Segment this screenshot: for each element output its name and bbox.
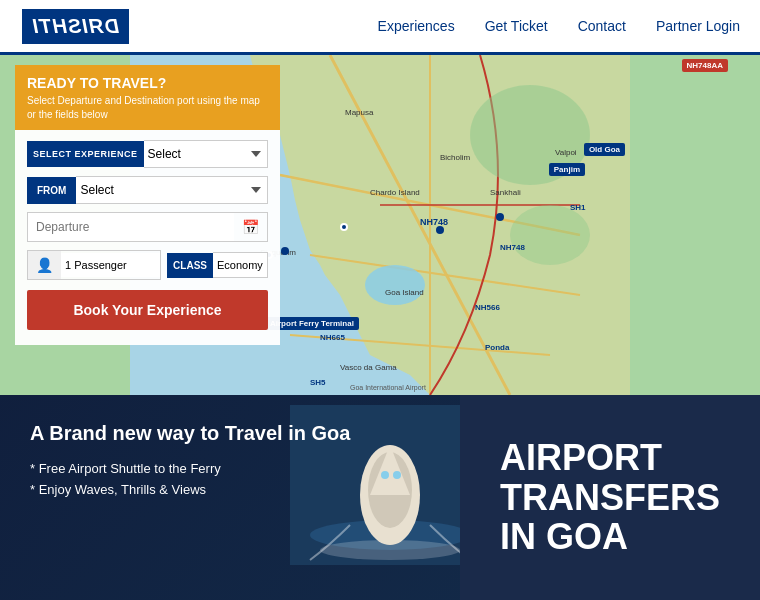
svg-text:NH566: NH566 [475, 303, 500, 312]
bottom-right: AIRPORT TRANSFERS IN GOA [460, 395, 760, 600]
departure-row: 📅 [27, 212, 268, 242]
booking-panel: READY TO TRAVEL? Select Departure and De… [15, 65, 280, 345]
passenger-select-wrap: 👤 1 Passenger 2 Passengers 3 Passengers [27, 250, 161, 280]
svg-text:NH748: NH748 [420, 217, 448, 227]
ready-header: READY TO TRAVEL? Select Departure and De… [15, 65, 280, 130]
airport-text: AIRPORT TRANSFERS IN GOA [500, 438, 720, 557]
from-label: FROM [27, 177, 76, 204]
navbar: DЯISHTI Experiences Get Ticket Contact P… [0, 0, 760, 55]
class-wrap: CLASS Economy Business [167, 252, 268, 278]
bottom-left-content: A Brand new way to Travel in Goa * Free … [30, 420, 430, 497]
nav-get-ticket[interactable]: Get Ticket [485, 18, 548, 34]
class-label: CLASS [167, 253, 213, 278]
map-pin-panjim: Panjim [549, 163, 585, 176]
svg-text:Mapusa: Mapusa [345, 108, 374, 117]
svg-text:NH665: NH665 [320, 333, 345, 342]
svg-text:Ponda: Ponda [485, 343, 510, 352]
passengers-row: 👤 1 Passenger 2 Passengers 3 Passengers … [27, 250, 268, 280]
svg-text:SH5: SH5 [310, 378, 326, 387]
class-select[interactable]: Economy Business [213, 252, 268, 278]
hero-section: Bicholim Mapusa Sankhali Valpoi Chardo I… [0, 55, 760, 395]
from-select[interactable]: Select [76, 176, 268, 204]
map-pin-old-goa: Old Goa [584, 143, 625, 156]
passenger-select[interactable]: 1 Passenger 2 Passengers 3 Passengers [61, 253, 160, 277]
departure-input[interactable] [28, 213, 234, 241]
svg-text:SH1: SH1 [570, 203, 586, 212]
experience-select[interactable]: Select [144, 140, 268, 168]
svg-text:Valpoi: Valpoi [555, 148, 577, 157]
bullet-1: * Free Airport Shuttle to the Ferry [30, 461, 430, 476]
svg-point-27 [281, 247, 289, 255]
tagline: A Brand new way to Travel in Goa [30, 420, 430, 446]
nav-experiences[interactable]: Experiences [378, 18, 455, 34]
bottom-left: A Brand new way to Travel in Goa * Free … [0, 395, 460, 600]
ready-subtitle: Select Departure and Destination port us… [27, 94, 268, 122]
svg-text:Bicholim: Bicholim [440, 153, 471, 162]
svg-text:Goa International Airport: Goa International Airport [350, 384, 426, 392]
select-experience-label: SELECT EXPERIENCE [27, 141, 144, 167]
bottom-section: A Brand new way to Travel in Goa * Free … [0, 395, 760, 600]
booking-form: SELECT EXPERIENCE Select FROM Select 📅 [15, 130, 280, 280]
passenger-icon: 👤 [28, 251, 61, 279]
map-pin-nh748aa: NH748AA [682, 59, 728, 72]
nav-links: Experiences Get Ticket Contact Partner L… [378, 18, 740, 34]
calendar-icon: 📅 [234, 213, 267, 241]
logo[interactable]: DЯISHTI [20, 7, 131, 46]
nav-partner-login[interactable]: Partner Login [656, 18, 740, 34]
svg-point-8 [365, 265, 425, 305]
bullet-2: * Enjoy Waves, Thrills & Views [30, 482, 430, 497]
svg-point-25 [436, 226, 444, 234]
logo-text: DЯISHTI [32, 15, 119, 38]
svg-text:Vasco da Gama: Vasco da Gama [340, 363, 397, 372]
svg-point-26 [496, 213, 504, 221]
select-experience-row: SELECT EXPERIENCE Select [27, 140, 268, 168]
nav-contact[interactable]: Contact [578, 18, 626, 34]
book-button[interactable]: Book Your Experience [27, 290, 268, 330]
svg-text:Sankhali: Sankhali [490, 188, 521, 197]
svg-point-7 [510, 205, 590, 265]
svg-text:NH748: NH748 [500, 243, 525, 252]
panjim-dot [340, 223, 348, 231]
ready-title: READY TO TRAVEL? [27, 75, 268, 91]
from-row: FROM Select [27, 176, 268, 204]
svg-text:Chardo Island: Chardo Island [370, 188, 420, 197]
svg-text:Goa Island: Goa Island [385, 288, 424, 297]
